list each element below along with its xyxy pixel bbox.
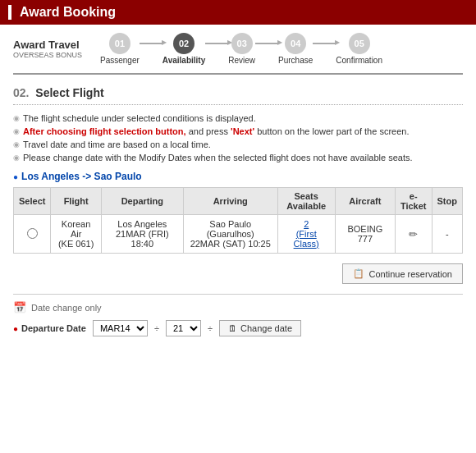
seats-class[interactable]: (First Class) [294, 229, 319, 249]
change-date-icon: 🗓 [228, 323, 237, 333]
info-text-3: Travel date and time are based on a loca… [23, 140, 211, 149]
step-arrow-1 [140, 43, 162, 44]
date-change-section: 📅 Date change only ● Departure Date MAR1… [13, 294, 463, 336]
info-item-4: Please change date with the Modify Dates… [13, 153, 463, 162]
col-header-arriving: Arriving [183, 188, 277, 215]
step-arrow-3 [255, 43, 278, 44]
info-next-2: 'Next' [231, 126, 254, 136]
table-row: Korean Air (KE 061) Los Angeles 21MAR (F… [14, 215, 463, 254]
select-separator: ÷ [154, 323, 159, 333]
seats-count[interactable]: 2 [304, 219, 309, 229]
departure-label: ● Departure Date [13, 323, 86, 333]
col-header-aircraft: Aircraft [335, 188, 395, 215]
page-title: Award Booking [20, 5, 116, 20]
col-header-flight: Flight [51, 188, 101, 215]
col-header-departing: Departing [101, 188, 183, 215]
departure-hour-select[interactable]: 18 19 20 21 22 [166, 320, 201, 336]
cell-arriving: Sao Paulo (Guarulhos) 22MAR (SAT) 10:25 [183, 215, 277, 254]
col-header-eticket: e-Ticket [395, 188, 432, 215]
step-arrow-4 [313, 43, 336, 44]
step-passenger: 01 Passenger [100, 33, 140, 65]
section-heading: 02. Select Flight [13, 86, 463, 105]
step-circle-05: 05 [349, 33, 370, 54]
continue-icon: 📋 [353, 268, 364, 279]
route-label: Los Angeles -> Sao Paulo [13, 171, 463, 182]
step-circle-02: 02 [173, 33, 195, 54]
steps-container: 01 Passenger 02 Availability 03 Review 0… [100, 33, 382, 65]
info-end-2: button on the lower part of the screen. [257, 126, 409, 136]
cell-aircraft: BOEING 777 [335, 215, 395, 254]
cell-select[interactable] [14, 215, 51, 254]
main-content: Award Travel OVERSEAS BONUS 01 Passenger… [0, 25, 476, 345]
eticket-icon[interactable]: ✏ [409, 228, 418, 240]
cell-stop: - [432, 215, 463, 254]
step-arrow-2 [205, 43, 228, 44]
change-date-button[interactable]: 🗓 Change date [219, 320, 301, 336]
info-text-1: The flight schedule under selected condi… [23, 113, 256, 123]
info-highlight-2: After choosing flight selection button, [23, 126, 186, 136]
info-rest-2: and press [189, 126, 231, 136]
cell-flight: Korean Air (KE 061) [51, 215, 101, 254]
step-label-02: Availability [162, 56, 205, 65]
step-confirmation: 05 Confirmation [336, 33, 382, 65]
step-circle-01: 01 [109, 33, 130, 54]
calendar-icon: 📅 [13, 301, 26, 313]
step-label-05: Confirmation [336, 56, 382, 65]
info-item-1: The flight schedule under selected condi… [13, 113, 463, 123]
col-header-stop: Stop [432, 188, 463, 215]
step-availability: 02 Availability [162, 33, 205, 65]
info-item-3: Travel date and time are based on a loca… [13, 140, 463, 149]
step-circle-04: 04 [285, 33, 306, 54]
time-separator: ÷ [208, 323, 213, 333]
flight-radio[interactable] [27, 228, 38, 239]
departure-month-select[interactable]: MAR14 MAR15 MAR16 MAR17 [93, 320, 148, 336]
step-review: 03 Review [228, 33, 255, 65]
continue-button[interactable]: 📋 Continue reservation [342, 263, 463, 284]
departure-row: ● Departure Date MAR14 MAR15 MAR16 MAR17… [13, 320, 463, 336]
continue-row: 📋 Continue reservation [13, 263, 463, 284]
steps-bar: Award Travel OVERSEAS BONUS 01 Passenger… [13, 33, 463, 75]
cell-departing: Los Angeles 21MAR (FRI) 18:40 [101, 215, 183, 254]
cell-eticket[interactable]: ✏ [395, 215, 432, 254]
step-label-03: Review [228, 56, 255, 65]
step-circle-03: 03 [231, 33, 253, 54]
info-list: The flight schedule under selected condi… [13, 113, 463, 162]
col-header-select: Select [14, 188, 51, 215]
flight-table: Select Flight Departing Arriving SeatsAv… [13, 187, 463, 254]
step-label-04: Purchase [278, 56, 313, 65]
info-item-2: After choosing flight selection button, … [13, 126, 463, 136]
date-change-header: 📅 Date change only [13, 301, 463, 313]
col-header-seats: SeatsAvailable [277, 188, 335, 215]
step-label-01: Passenger [100, 56, 140, 65]
info-text-4: Please change date with the Modify Dates… [23, 153, 413, 162]
departure-dot: ● [13, 324, 18, 333]
step-purchase: 04 Purchase [278, 33, 313, 65]
cell-seats: 2 (First Class) [277, 215, 335, 254]
table-header-row: Select Flight Departing Arriving SeatsAv… [14, 188, 463, 215]
page-title-bar: Award Booking [0, 0, 476, 25]
award-travel-label: Award Travel OVERSEAS BONUS [13, 39, 87, 59]
